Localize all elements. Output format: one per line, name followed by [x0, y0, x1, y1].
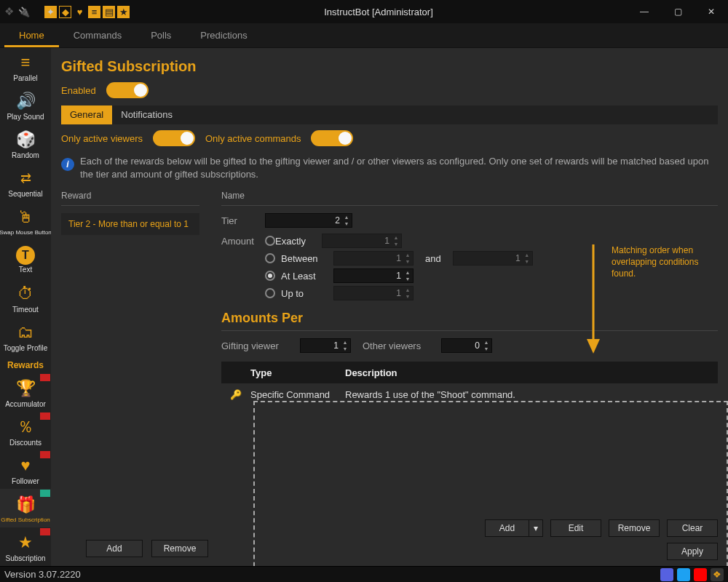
chevron-up-icon[interactable]: ▲: [342, 214, 351, 220]
sidebar-item-parallel[interactable]: ≡ Parallel: [0, 48, 51, 87]
app-footer-icon[interactable]: ❖: [711, 568, 724, 581]
maximize-button[interactable]: ▢: [661, 0, 695, 23]
th-description[interactable]: Description: [345, 367, 718, 378]
sidebar-item-text[interactable]: T Text: [0, 241, 51, 279]
sidebar-label: Text: [19, 266, 32, 274]
heart-icon: ♥: [12, 455, 39, 477]
discord-icon[interactable]: [660, 568, 673, 581]
upto-spinner[interactable]: 1▲▼: [333, 286, 414, 300]
status-bar: Version 3.07.2220 ❖: [0, 566, 728, 582]
sidebar: ≡ Parallel 🔊 Play Sound 🎲 Random ⇄ Seque…: [0, 48, 51, 566]
gifting-viewer-spinner[interactable]: 1▲▼: [300, 338, 351, 353]
star-icon: ★: [12, 532, 39, 554]
plug-icon: 🔌: [17, 6, 30, 18]
enabled-toggle[interactable]: [106, 82, 149, 98]
info-icon: i: [61, 158, 74, 171]
tool-icon-2[interactable]: ◆: [59, 6, 71, 18]
sidebar-reward-accumulator[interactable]: 🏆 Accumulator: [0, 373, 51, 412]
badge-icon: [40, 490, 50, 497]
menu-home[interactable]: Home: [4, 23, 59, 47]
tool-icon-4[interactable]: ≡: [88, 6, 100, 18]
key-icon: 🔑: [230, 389, 242, 400]
title-bar: ❖ 🔌 ✦ ◆ ♥ ≡ ▤ ★ InstructBot [Administrat…: [0, 0, 728, 23]
tier-value: 2: [335, 215, 340, 226]
label-atleast: At Least: [281, 271, 328, 282]
tab-notifications[interactable]: Notifications: [112, 105, 181, 124]
radio-between[interactable]: [265, 253, 275, 263]
atleast-spinner[interactable]: 1▲▼: [333, 268, 414, 283]
apply-button[interactable]: Apply: [667, 543, 718, 560]
highlight-region: [253, 401, 728, 566]
badge-icon: [40, 528, 50, 535]
sidebar-item-playsound[interactable]: 🔊 Play Sound: [0, 87, 51, 125]
accumulator-icon: 🏆: [12, 378, 39, 399]
table-row[interactable]: 🔑 Specific Command Rewards 1 use of the …: [221, 383, 718, 405]
dice-icon: 🎲: [12, 129, 39, 151]
menu-bar: Home Commands Polls Predictions: [0, 23, 728, 48]
sidebar-reward-giftedsub[interactable]: 🎁 Gifted Subscription: [0, 489, 51, 527]
sidebar-reward-discounts[interactable]: ％ Discounts: [0, 412, 51, 450]
sound-icon: 🔊: [12, 90, 39, 112]
tool-icon-6[interactable]: ★: [117, 6, 130, 18]
info-text: Each of the rewards below will be gifted…: [80, 155, 718, 180]
radio-exactly[interactable]: [265, 236, 275, 246]
table-edit-button[interactable]: Edit: [550, 519, 601, 537]
window-title: InstructBot [Administrator]: [324, 7, 433, 17]
toggle-active-viewers[interactable]: [153, 130, 195, 146]
sidebar-label: Toggle Profile: [4, 344, 48, 352]
tier-spinner[interactable]: 2 ▲▼: [265, 213, 352, 228]
value: 1: [515, 253, 521, 263]
th-type[interactable]: Type: [250, 367, 345, 378]
sidebar-reward-subscription[interactable]: ★ Subscription: [0, 527, 51, 566]
table-clear-button[interactable]: Clear: [667, 519, 718, 537]
sidebar-label: Timeout: [12, 306, 39, 314]
minimize-button[interactable]: —: [628, 0, 661, 23]
table-remove-button[interactable]: Remove: [609, 519, 660, 537]
other-viewers-spinner[interactable]: 0▲▼: [441, 338, 492, 353]
main-content: Gifted Subscription Enabled General Noti…: [51, 48, 728, 566]
sidebar-item-timeout[interactable]: ⏱ Timeout: [0, 279, 51, 318]
between-to-spinner[interactable]: 1▲▼: [453, 251, 533, 266]
sidebar-item-sequential[interactable]: ⇄ Sequential: [0, 164, 51, 202]
sidebar-label: Discounts: [9, 439, 41, 447]
exactly-spinner[interactable]: 1▲▼: [322, 234, 402, 248]
table-add-button[interactable]: Add: [485, 519, 529, 537]
reward-list-item[interactable]: Tier 2 - More than or equal to 1: [61, 213, 199, 235]
reward-add-button[interactable]: Add: [86, 540, 143, 557]
label-other-viewers: Other viewers: [363, 340, 435, 351]
chevron-down-icon[interactable]: ▼: [342, 220, 351, 227]
menu-predictions[interactable]: Predictions: [186, 23, 261, 47]
reward-remove-button[interactable]: Remove: [151, 540, 208, 557]
label-active-commands: Only active commands: [205, 133, 301, 144]
tab-general[interactable]: General: [61, 105, 112, 124]
tool-icon-1[interactable]: ✦: [44, 6, 57, 18]
sidebar-item-random[interactable]: 🎲 Random: [0, 125, 51, 164]
page-title: Gifted Subscription: [61, 58, 718, 75]
between-from-spinner[interactable]: 1▲▼: [333, 251, 414, 266]
badge-icon: [40, 412, 50, 420]
youtube-icon[interactable]: [694, 568, 707, 581]
value: 1: [396, 271, 401, 281]
sidebar-item-swapmouse[interactable]: 🖱 Swap Mouse Button: [0, 202, 51, 241]
discount-icon: ％: [12, 416, 39, 438]
label-tier: Tier: [221, 215, 265, 226]
stopwatch-icon: ⏱: [12, 283, 39, 305]
sidebar-reward-follower[interactable]: ♥ Follower: [0, 450, 51, 489]
close-button[interactable]: ✕: [695, 0, 728, 23]
sidebar-heading-rewards: Rewards: [0, 356, 51, 373]
label-active-viewers: Only active viewers: [61, 133, 143, 144]
sidebar-label: Parallel: [13, 74, 37, 82]
menu-commands[interactable]: Commands: [59, 23, 136, 47]
sidebar-label: Accumulator: [5, 400, 46, 408]
table-add-dropdown[interactable]: ▾: [529, 519, 543, 537]
menu-polls[interactable]: Polls: [136, 23, 186, 47]
app-icon: ❖: [3, 6, 15, 18]
sidebar-item-toggleprofile[interactable]: 🗂 Toggle Profile: [0, 317, 51, 356]
radio-atleast[interactable]: [265, 271, 275, 281]
twitter-icon[interactable]: [677, 568, 690, 581]
toggle-active-commands[interactable]: [311, 130, 353, 146]
tool-icon-5[interactable]: ▤: [103, 6, 115, 18]
tool-icon-3[interactable]: ♥: [74, 6, 86, 18]
column-name: Name: [221, 191, 718, 201]
radio-upto[interactable]: [265, 288, 275, 298]
